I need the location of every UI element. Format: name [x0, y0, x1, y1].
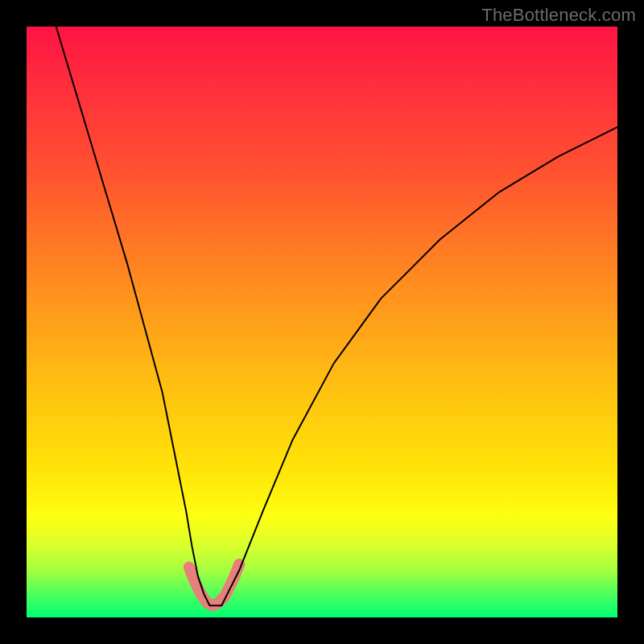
chart-svg	[27, 27, 617, 617]
watermark-text: TheBottleneck.com	[481, 5, 636, 26]
chart-frame: TheBottleneck.com	[0, 0, 644, 644]
plot-area	[27, 27, 617, 617]
main-curve	[56, 27, 617, 605]
